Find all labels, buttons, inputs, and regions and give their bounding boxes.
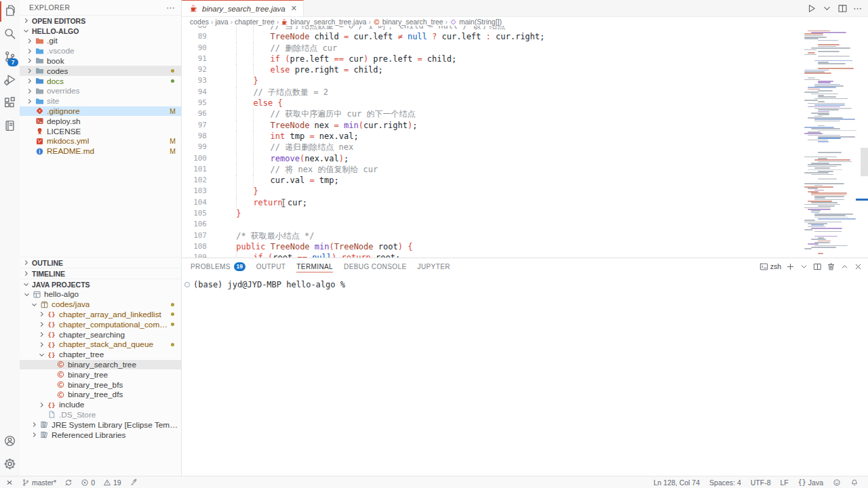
activity-settings[interactable]	[0, 453, 20, 476]
project-row[interactable]: {}chapter_tree	[20, 350, 181, 360]
code-line[interactable]: 104return cur;	[182, 197, 804, 208]
project-row[interactable]: .DS_Store	[20, 410, 181, 420]
breadcrumb-item[interactable]: java	[215, 18, 228, 26]
panel-tab-problems[interactable]: PROBLEMS19	[191, 258, 245, 274]
kill-terminal-button[interactable]	[827, 262, 835, 271]
project-row[interactable]: binary_tree	[20, 369, 181, 380]
code-line[interactable]: 100remove(nex.val);	[182, 153, 804, 164]
project-row[interactable]: binary_tree_bfs	[20, 380, 181, 390]
panel-tab-jupyter[interactable]: JUPYTER	[418, 258, 450, 274]
code-line[interactable]: 101// 将 nex 的值复制给 cur	[182, 164, 804, 175]
project-row[interactable]: codes/java	[20, 300, 181, 310]
code-line[interactable]: 93}	[182, 75, 804, 86]
project-row[interactable]: {}chapter_computational_complexity	[20, 319, 181, 329]
breadcrumb-item[interactable]: codes	[190, 18, 209, 26]
section-timeline[interactable]: TIMELINE	[20, 268, 181, 279]
status-language-mode[interactable]: {}Java	[795, 476, 826, 488]
file-row[interactable]: book	[20, 56, 181, 66]
close-panel-button[interactable]	[854, 262, 863, 271]
section-outline[interactable]: OUTLINE	[20, 257, 181, 268]
project-row[interactable]: Referenced Libraries	[20, 430, 181, 440]
file-row[interactable]: docs	[20, 76, 181, 86]
panel-tab-terminal[interactable]: TERMINAL	[296, 258, 333, 274]
file-row[interactable]: .vscode	[20, 46, 181, 56]
status-notifications[interactable]	[848, 476, 861, 488]
status-sync[interactable]	[62, 476, 75, 488]
code-line[interactable]: 94// 子结点数量 = 2	[182, 87, 804, 98]
activity-run-and-debug[interactable]	[0, 69, 20, 92]
breadcrumb-item[interactable]: binary_search_tree	[373, 18, 443, 26]
project-row[interactable]: hello-algo	[20, 289, 181, 300]
section-open-editors[interactable]: OPEN EDITORS	[20, 15, 181, 26]
breadcrumb-item[interactable]: main(String[])	[450, 18, 502, 26]
status-remote-indicator[interactable]	[3, 476, 16, 488]
code-line[interactable]: 109if (root == null) return root;	[182, 252, 804, 258]
code-line[interactable]: 96// 获取中序遍历中 cur 的下一个结点	[182, 108, 804, 119]
scrollbar-thumb[interactable]	[861, 148, 868, 176]
code-line[interactable]: 98int tmp = nex.val;	[182, 131, 804, 142]
status-git-branch[interactable]: master*	[19, 476, 59, 488]
breadcrumb-item[interactable]: chapter_tree	[235, 18, 275, 26]
file-row[interactable]: LICENSE	[20, 126, 181, 136]
activity-accounts[interactable]	[0, 430, 20, 453]
status-java-status[interactable]	[127, 476, 140, 488]
file-row[interactable]: deploy.sh	[20, 116, 181, 126]
tab-binary-search-tree[interactable]: binary_search_tree.java ✕	[182, 0, 304, 16]
activity-search[interactable]	[0, 23, 20, 46]
project-row[interactable]: {}chapter_array_and_linkedlist	[20, 310, 181, 320]
code-line[interactable]: 103}	[182, 186, 804, 197]
project-row[interactable]: {}chapter_searching	[20, 329, 181, 340]
activity-extensions[interactable]	[0, 92, 20, 115]
code-line[interactable]: 99// 递归删除结点 nex	[182, 142, 804, 152]
terminal-shell-button[interactable]: zsh	[760, 262, 781, 271]
close-icon[interactable]: ✕	[291, 4, 297, 13]
run-button[interactable]	[806, 3, 816, 14]
more-actions-icon[interactable]: ⋯	[853, 3, 863, 14]
new-terminal-button[interactable]	[786, 262, 795, 271]
status-indentation[interactable]: Spaces: 4	[707, 476, 744, 488]
status-errors[interactable]: 0	[78, 476, 98, 488]
activity-explorer[interactable]	[0, 0, 20, 23]
status-warnings[interactable]: 19	[100, 476, 124, 488]
editor-scrollbar[interactable]	[856, 26, 868, 258]
terminal-content[interactable]: (base) jyd@JYD-MBP hello-algo %	[182, 274, 868, 289]
run-dropdown-icon[interactable]	[822, 3, 832, 14]
explorer-more-actions-icon[interactable]: ⋯	[166, 3, 176, 13]
code-line[interactable]: 105}	[182, 208, 804, 219]
status-cursor-position[interactable]: Ln 128, Col 74	[651, 476, 703, 488]
section-root-folder[interactable]: HELLO-ALGO	[20, 26, 181, 36]
status-feedback[interactable]	[830, 476, 844, 488]
split-editor-button[interactable]	[837, 3, 848, 14]
project-row[interactable]: {}chapter_stack_and_queue	[20, 340, 181, 350]
project-row[interactable]: {}include	[20, 400, 181, 410]
code-line[interactable]: 95else {	[182, 98, 804, 108]
section-java-projects[interactable]: JAVA PROJECTS	[20, 279, 181, 289]
project-row[interactable]: binary_tree_dfs	[20, 390, 181, 400]
code-editor[interactable]: 88// 当子结点数量 = 0 / 1 时， child = null / 该子…	[182, 26, 868, 258]
code-line[interactable]: 102cur.val = tmp;	[182, 175, 804, 186]
status-encoding[interactable]: UTF-8	[748, 476, 774, 488]
file-row[interactable]: codes	[20, 66, 181, 76]
code-line[interactable]: 89TreeNode child = cur.left ≠ null ? cur…	[182, 31, 804, 42]
code-line[interactable]: 91if (pre.left == cur) pre.left = child;	[182, 54, 804, 64]
code-line[interactable]: 90// 删除结点 cur	[182, 43, 804, 54]
activity-source-control[interactable]: 7	[0, 46, 20, 69]
project-row[interactable]: JRE System Library [Eclipse Temurin 17 […	[20, 420, 181, 430]
file-row[interactable]: README.mdM	[20, 146, 181, 157]
file-row[interactable]: mkdocs.ymlM	[20, 136, 181, 146]
minimap[interactable]	[804, 26, 856, 258]
split-terminal-button[interactable]	[813, 262, 822, 271]
panel-tab-debug-console[interactable]: DEBUG CONSOLE	[344, 258, 406, 274]
project-row[interactable]: binary_search_tree	[20, 360, 181, 370]
file-row[interactable]: .gitignoreM	[20, 106, 181, 117]
code-line[interactable]: 88// 当子结点数量 = 0 / 1 时， child = null / 该子…	[182, 26, 804, 31]
file-row[interactable]: .git	[20, 36, 181, 46]
code-line[interactable]: 97TreeNode nex = min(cur.right);	[182, 120, 804, 131]
code-line[interactable]: 107/* 获取最小结点 */	[182, 230, 804, 241]
code-line[interactable]: 106	[182, 219, 804, 230]
activity-notebook[interactable]	[0, 115, 20, 138]
status-eol[interactable]: LF	[778, 476, 791, 488]
terminal-dropdown-icon[interactable]	[800, 262, 808, 271]
panel-tab-output[interactable]: OUTPUT	[256, 258, 286, 274]
file-row[interactable]: overrides	[20, 86, 181, 96]
